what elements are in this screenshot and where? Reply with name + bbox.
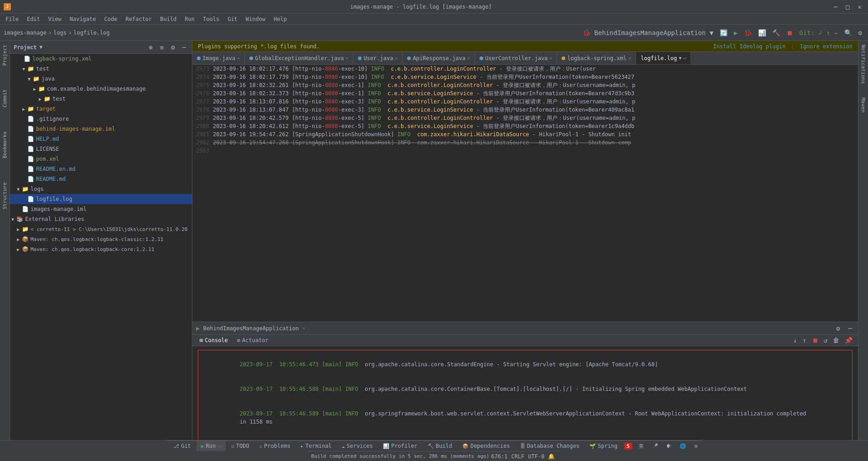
tab-close-user[interactable]: ✕	[395, 56, 398, 61]
notifications-icon[interactable]: Notifications	[859, 43, 867, 86]
tree-item-logfile[interactable]: 📄 logfile.log	[10, 194, 192, 204]
project-collapse-all[interactable]: ≡	[158, 42, 166, 52]
log-editor[interactable]: 2973 2023-09-16 18:02:17.476 [http-nio-8…	[192, 65, 858, 322]
tree-item-logback-core[interactable]: ▶ 📦 Maven: ch.qos.logback:logback-core:1…	[10, 244, 192, 254]
debug-button[interactable]: 🐞	[742, 28, 754, 38]
bottom-tab-run[interactable]: ▶ Run ✕	[196, 441, 226, 451]
tree-item-external-libs[interactable]: ▼ 📚 External Libraries	[10, 214, 192, 224]
ignore-extension-link[interactable]: Ignore extension	[800, 43, 852, 50]
tab-logfile-log[interactable]: logfile.log ▼ ⋯	[636, 52, 691, 64]
tab-image-java[interactable]: Image.java ✕	[192, 52, 245, 64]
refresh-button[interactable]: 🔄	[718, 28, 730, 38]
menu-view[interactable]: View	[45, 15, 65, 23]
tree-item-com-example[interactable]: ▶ 📁 com.example.behindimagesmanage	[10, 84, 192, 94]
tree-item-readme[interactable]: 📄 README.md	[10, 174, 192, 184]
translate-icon[interactable]: 🌐	[678, 443, 688, 450]
tree-item-images-manage-iml[interactable]: 📄 images-manage.iml	[10, 204, 192, 214]
project-hide[interactable]: ─	[180, 42, 188, 52]
run-config-selector[interactable]: 🐞 BehindImagesManageApplication ▼	[580, 28, 716, 38]
tree-item-logback-spring-xml[interactable]: 📄 logback-spring.xml	[10, 54, 192, 64]
minimize-button[interactable]: ─	[831, 2, 840, 11]
notifications-bell[interactable]: 🔔	[546, 453, 557, 460]
maximize-button[interactable]: □	[843, 2, 852, 11]
tree-item-test-folder[interactable]: ▼ 📁 test	[10, 64, 192, 74]
project-icon[interactable]: Project	[1, 43, 9, 67]
bottom-tab-profiler[interactable]: 📊 Profiler	[378, 441, 422, 451]
stop-run-btn[interactable]: ⏹	[810, 336, 820, 345]
tab-close-geh[interactable]: ✕	[346, 56, 348, 61]
bottom-tab-git[interactable]: ⎇ Git	[169, 441, 196, 451]
cursor-position[interactable]: 676:1	[489, 453, 509, 460]
bottom-tab-services[interactable]: ☁ Services	[337, 441, 377, 451]
bottom-tab-spring[interactable]: 🌱 Spring	[585, 441, 622, 451]
run-tab-console[interactable]: ⊞ Console	[196, 336, 232, 344]
menu-navigate[interactable]: Navigate	[66, 15, 100, 23]
bottom-tab-db-changes[interactable]: 🗄 Database Changes	[516, 441, 584, 451]
settings-button[interactable]: ⚙	[856, 28, 864, 38]
menu-run[interactable]: Run	[181, 15, 198, 23]
bottom-tab-build[interactable]: 🔨 Build	[423, 441, 457, 451]
pin-btn[interactable]: 📌	[843, 336, 854, 345]
profile-button[interactable]: 📊	[756, 28, 768, 38]
stop-button[interactable]: ⏹	[784, 28, 795, 38]
language-status[interactable]: 英	[637, 442, 646, 450]
tab-close-logback[interactable]: ✕	[628, 56, 631, 61]
bottom-tab-terminal[interactable]: ▸ Terminal	[296, 441, 336, 451]
tree-item-test-sub[interactable]: ▶ 📁 test	[10, 94, 192, 104]
tab-close-image[interactable]: ✕	[237, 56, 240, 61]
extra-status[interactable]: ⚙	[692, 443, 699, 450]
tree-item-corretto[interactable]: ▶ 📁 < corretto-11 > C:\Users\15031\jdks\…	[10, 224, 192, 234]
menu-tools[interactable]: Tools	[199, 15, 223, 23]
run-close-icon[interactable]: ✕	[302, 325, 305, 331]
run-console-output[interactable]: 2023-09-17 10:55:46.473 [main] INFO org.…	[192, 346, 858, 440]
bottom-tab-todo[interactable]: ☑ TODO	[227, 441, 254, 451]
run-minimize-btn[interactable]: ─	[846, 323, 854, 333]
structure-icon[interactable]: Structure	[1, 180, 9, 211]
build-button[interactable]: 🔨	[770, 28, 782, 38]
menu-build[interactable]: Build	[156, 15, 180, 23]
commit-icon[interactable]: Commit	[1, 87, 9, 109]
tree-item-readme-en[interactable]: 📄 README.en.md	[10, 164, 192, 174]
breadcrumb-project[interactable]: images-manage	[4, 30, 46, 36]
project-settings[interactable]: ⚙	[169, 42, 177, 52]
tree-item-help[interactable]: 📄 HELP.md	[10, 134, 192, 144]
run-tab-actuator[interactable]: ⚙ Actuator	[233, 336, 272, 344]
run-settings-btn[interactable]: ⚙	[834, 323, 842, 333]
tree-item-logback-classic[interactable]: ▶ 📦 Maven: ch.qos.logback:logback-classi…	[10, 234, 192, 244]
tab-close-usercontroller[interactable]: ✕	[549, 56, 552, 61]
breadcrumb-logs[interactable]: logs	[53, 30, 67, 36]
close-button[interactable]: ✕	[855, 2, 864, 11]
menu-refactor[interactable]: Refactor	[122, 15, 155, 23]
install-plugin-link[interactable]: Install Ideolog plugin	[713, 43, 785, 50]
tree-item-logs-folder[interactable]: ▼ 📁 logs	[10, 184, 192, 194]
project-locate-btn[interactable]: ⊕	[146, 42, 155, 52]
menu-help[interactable]: Help	[270, 15, 290, 23]
bookmarks-icon[interactable]: Bookmarks	[1, 129, 9, 160]
tab-apiresponse[interactable]: ApiResponse.java ✕	[403, 52, 475, 64]
run-close-tab[interactable]: ✕	[218, 444, 221, 449]
tree-item-java-folder[interactable]: ▼ 📁 java	[10, 74, 192, 84]
run-button[interactable]: ▶	[732, 28, 740, 38]
breadcrumb-file[interactable]: logfile.log	[73, 30, 109, 36]
menu-file[interactable]: File	[2, 15, 22, 23]
menu-git[interactable]: Git	[224, 15, 241, 23]
clear-btn[interactable]: 🗑	[831, 336, 841, 345]
scroll-to-end-btn[interactable]: ↓	[791, 336, 799, 345]
encoding[interactable]: UTF-8	[526, 453, 546, 460]
tab-close-apiresponse[interactable]: ✕	[467, 56, 470, 61]
tree-item-pom[interactable]: 📄 pom.xml	[10, 154, 192, 164]
menu-edit[interactable]: Edit	[23, 15, 44, 23]
bottom-tab-dependencies[interactable]: 📦 Dependencies	[458, 441, 515, 451]
speech-status[interactable]: 🗣	[665, 443, 673, 450]
menu-window[interactable]: Window	[242, 15, 269, 23]
menu-code[interactable]: Code	[101, 15, 121, 23]
rerun-btn[interactable]: ↺	[822, 336, 829, 345]
git-status[interactable]: Git: ✓ ↑ →	[797, 28, 840, 38]
tab-logback-xml[interactable]: logback-spring.xml ✕	[557, 52, 636, 64]
bottom-tab-problems[interactable]: ⚠ Problems	[255, 441, 295, 451]
maven-right-icon[interactable]: Maven	[859, 96, 867, 114]
tab-global-exception[interactable]: GlobalExceptionHandler.java ✕	[245, 52, 353, 64]
tab-usercontroller[interactable]: UserController.java ✕	[475, 52, 557, 64]
search-everywhere[interactable]: 🔍	[842, 28, 854, 38]
tree-item-license[interactable]: 📄 LICENSE	[10, 144, 192, 154]
